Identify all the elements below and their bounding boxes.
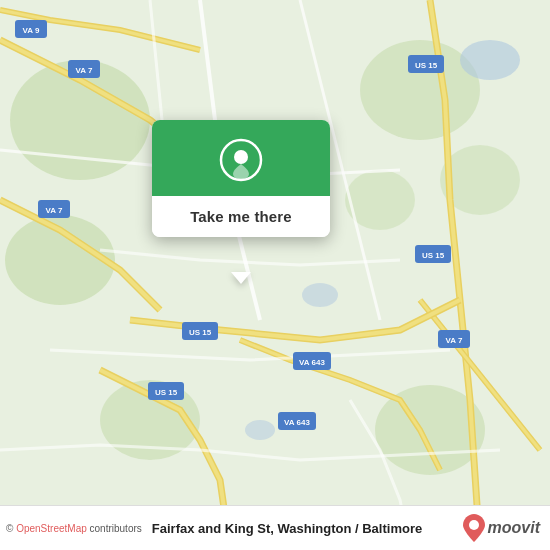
- svg-point-32: [234, 150, 248, 164]
- openstreetmap-link[interactable]: OpenStreetMap: [16, 523, 87, 534]
- copyright-symbol: ©: [6, 523, 13, 534]
- svg-text:VA 643: VA 643: [284, 418, 310, 427]
- svg-text:VA 7: VA 7: [46, 206, 63, 215]
- svg-point-9: [302, 283, 338, 307]
- moovit-logo: moovit: [463, 514, 540, 542]
- svg-point-10: [245, 420, 275, 440]
- bottom-bar: © OpenStreetMap contributors Fairfax and…: [0, 505, 550, 550]
- take-me-there-button[interactable]: Take me there: [152, 196, 330, 237]
- svg-text:US 15: US 15: [415, 61, 438, 70]
- popup-card: Take me there: [152, 120, 330, 237]
- svg-text:VA 7: VA 7: [76, 66, 93, 75]
- svg-text:US 15: US 15: [155, 388, 178, 397]
- moovit-text: moovit: [488, 519, 540, 537]
- popup-pointer: [231, 272, 251, 284]
- map-background: VA 9 VA 7 VA 7 VA 7 US 15 US 15 US 15 US…: [0, 0, 550, 550]
- svg-text:US 15: US 15: [422, 251, 445, 260]
- svg-text:VA 7: VA 7: [446, 336, 463, 345]
- location-pin-icon: [219, 138, 263, 182]
- svg-text:US 15: US 15: [189, 328, 212, 337]
- svg-point-33: [469, 520, 479, 530]
- popup-icon-area: [152, 120, 330, 196]
- svg-text:VA 9: VA 9: [23, 26, 40, 35]
- contributors-text: contributors: [90, 523, 142, 534]
- svg-text:VA 643: VA 643: [299, 358, 325, 367]
- location-title: Fairfax and King St, Washington / Baltim…: [152, 521, 453, 536]
- map-container: VA 9 VA 7 VA 7 VA 7 US 15 US 15 US 15 US…: [0, 0, 550, 550]
- moovit-pin-icon: [463, 514, 485, 542]
- svg-point-8: [460, 40, 520, 80]
- copyright-text: © OpenStreetMap contributors: [6, 523, 142, 534]
